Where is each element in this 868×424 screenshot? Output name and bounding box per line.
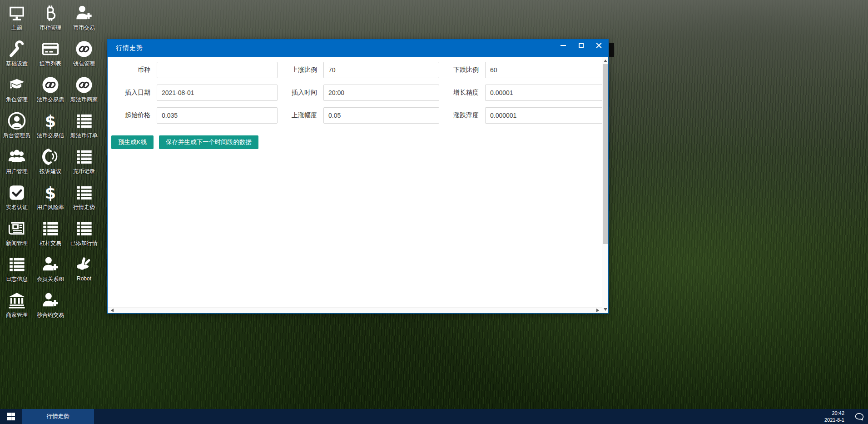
field-input-r0c0[interactable] [157, 62, 278, 78]
desktop-icon-monitor[interactable]: 主题 [0, 0, 34, 36]
form-field: 上涨比例 [278, 62, 439, 78]
newspaper-icon [7, 218, 26, 239]
field-input-r0c2[interactable] [485, 62, 606, 78]
desktop-icon-list[interactable]: 充币记录 [67, 144, 101, 180]
form-field: 插入时间 [278, 85, 439, 101]
desktop-icon-bitcoin[interactable]: 币种管理 [34, 0, 67, 36]
horizontal-scrollbar[interactable] [108, 307, 602, 313]
desktop-icon-graduation-cap[interactable]: 角色管理 [0, 72, 34, 108]
desktop-icon-label: 法币交易需 [37, 96, 64, 104]
notification-chat-button[interactable] [853, 409, 866, 424]
field-label: 增长精度 [439, 89, 485, 97]
list-icon [8, 254, 26, 275]
desktop-icon-label: 用户管理 [6, 168, 28, 175]
desktop-icon-dollar[interactable]: $用户风险率 [34, 180, 67, 215]
chat-bubble-icon [854, 412, 864, 422]
arrow-right-icon [596, 309, 599, 312]
vertical-scrollbar-thumb[interactable] [603, 64, 608, 244]
taskbar-task-market-trend[interactable]: 行情走势 [22, 409, 94, 424]
field-input-r1c1[interactable] [323, 85, 439, 101]
user-plus-icon [41, 290, 60, 311]
desktop-icon-label: 提币列表 [40, 60, 61, 68]
desktop-icon-label: 币币交易 [73, 24, 95, 32]
taskbar-task-label: 行情走势 [47, 413, 69, 420]
desktop-icon-label: 已添加行情 [70, 239, 98, 247]
desktop-icon-dollar[interactable]: $法币交易信 [34, 108, 67, 144]
desktop-icon-users[interactable]: 用户管理 [0, 144, 34, 180]
taskbar-clock[interactable]: 20:42 2021-8-1 [824, 410, 844, 424]
desktop-icon-label: 新闻管理 [6, 239, 28, 247]
desktop-icon-credit-card[interactable]: 提币列表 [34, 36, 67, 72]
desktop-icon-user-plus[interactable]: 秒合约交易 [34, 287, 67, 323]
maximize-button[interactable] [575, 41, 587, 50]
arrow-up-icon [604, 60, 607, 62]
desktop-icon-list[interactable]: 行情走势 [67, 180, 101, 215]
clock-date: 2021-8-1 [824, 417, 844, 424]
field-label: 涨跌浮度 [439, 111, 485, 120]
desktop-icon-label: 秒合约交易 [37, 311, 64, 319]
window-titlebar[interactable]: 行情走势 [108, 40, 608, 57]
arrow-down-icon [604, 308, 607, 311]
start-button[interactable] [0, 409, 22, 424]
field-input-r1c2[interactable] [485, 85, 606, 101]
desktop-icon-label: 会员关系图 [37, 275, 64, 283]
background-window-fragment [609, 43, 614, 57]
form-field: 上涨幅度 [278, 107, 439, 124]
form-field: 增长精度 [439, 85, 606, 101]
desktop-icon-link-circle[interactable]: 钱包管理 [67, 36, 101, 72]
desktop-icon-list[interactable]: 新法币订单 [67, 108, 101, 144]
list-icon [75, 218, 93, 239]
save-and-generate-button[interactable]: 保存并生成下一个时间段的数据 [159, 135, 258, 149]
desktop-icon-link-circle[interactable]: 新法币商家 [67, 72, 101, 108]
dollar-icon: $ [41, 110, 60, 131]
desktop-icon-list[interactable]: 杠杆交易 [34, 215, 67, 251]
desktop-icon-list[interactable]: 日志信息 [0, 251, 34, 287]
link-circle-icon [41, 75, 60, 95]
user-plus-icon [74, 3, 94, 24]
arrow-left-icon [111, 309, 114, 312]
form-row: 币种上涨比例下跌比例 [111, 62, 602, 78]
svg-text:$: $ [45, 184, 56, 202]
field-input-r0c1[interactable] [323, 62, 439, 78]
credit-card-icon [41, 39, 60, 60]
scroll-down-button[interactable] [602, 306, 608, 313]
maximize-icon [579, 43, 584, 48]
minimize-button[interactable] [557, 41, 569, 50]
desktop-icon-newspaper[interactable]: 新闻管理 [0, 215, 34, 251]
close-button[interactable] [593, 41, 605, 50]
scroll-right-button[interactable] [594, 308, 601, 313]
list-icon [75, 182, 93, 203]
form-field: 插入日期 [111, 85, 278, 101]
field-input-r1c0[interactable] [157, 85, 278, 101]
desktop-icon-user-plus[interactable]: 币币交易 [67, 0, 101, 36]
desktop-icon-bank[interactable]: 商家管理 [0, 287, 34, 323]
desktop-icon-check-square[interactable]: 实名认证 [0, 180, 34, 215]
field-label: 上涨比例 [278, 66, 323, 74]
desktop-icon-user-circle[interactable]: 后台管理员 [0, 108, 34, 144]
scroll-left-button[interactable] [109, 308, 115, 313]
desktop-icon-label: 用户风险率 [37, 204, 64, 211]
field-label: 起始价格 [111, 111, 157, 120]
field-input-r2c1[interactable] [323, 107, 439, 124]
field-input-r2c0[interactable] [157, 107, 278, 124]
vertical-scrollbar[interactable] [602, 57, 608, 313]
user-circle-icon [7, 110, 26, 131]
desktop-icon-wrench[interactable]: 基础设置 [0, 36, 34, 72]
desktop-icon-link-circle[interactable]: 法币交易需 [34, 72, 67, 108]
field-input-r2c2[interactable] [485, 107, 606, 124]
form-field: 币种 [111, 62, 278, 78]
desktop-icon-hand[interactable]: Robot [67, 251, 101, 287]
desktop-icon-user-plus[interactable]: 会员关系图 [34, 251, 67, 287]
desktop-icon-phone-volume[interactable]: 投诉建议 [34, 144, 67, 180]
scroll-up-button[interactable] [602, 57, 608, 64]
window-content: 币种上涨比例下跌比例插入日期插入时间增长精度起始价格上涨幅度涨跌浮度预生成K线保… [108, 57, 608, 313]
users-icon [7, 146, 27, 167]
desktop-icon-label: 杠杆交易 [40, 239, 61, 247]
desktop-icon-label: 日志信息 [6, 275, 28, 283]
desktop-icon-label: 新法币商家 [70, 96, 98, 104]
pregenerate-kline-button[interactable]: 预生成K线 [111, 135, 154, 149]
desktop-icon-label: 后台管理员 [3, 132, 30, 140]
desktop-icon-list[interactable]: 已添加行情 [67, 215, 101, 251]
field-label: 下跌比例 [439, 66, 485, 74]
list-icon [75, 146, 93, 167]
